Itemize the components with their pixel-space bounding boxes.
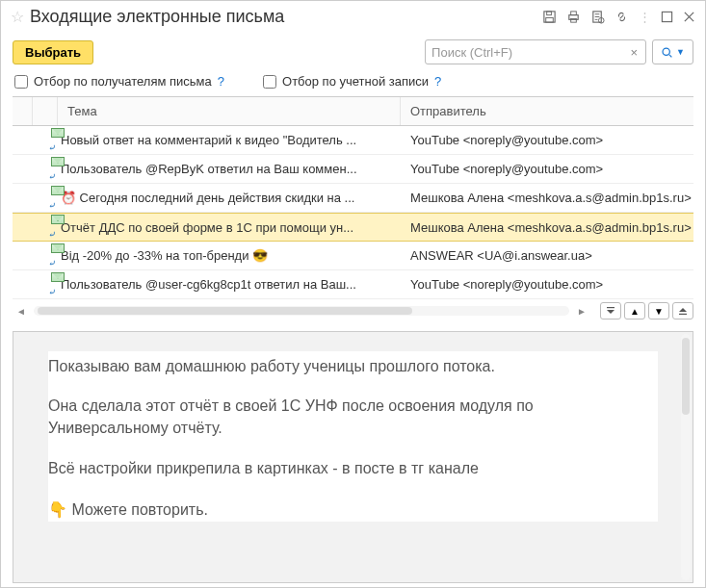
row-subject: Пользователь @RepByK ответил на Ваш комм… — [57, 162, 401, 176]
mail-in-icon: ⤶ — [32, 270, 57, 299]
filter-by-account[interactable]: Отбор по учетной записи ? — [263, 74, 441, 89]
table-row[interactable]: ⤶⏰ Сегодня последний день действия скидк… — [13, 184, 693, 213]
mail-in-icon: ⤶ — [32, 184, 57, 213]
filter-recipients-label: Отбор по получателям письма — [34, 74, 212, 89]
print-icon[interactable] — [566, 10, 581, 24]
table-row[interactable]: ⤶Від -20% до -33% на топ-бренди 😎ANSWEAR… — [13, 242, 693, 270]
col-subject[interactable]: Тема — [58, 97, 401, 125]
col-blank — [13, 97, 33, 125]
row-sender: YouTube <noreply@youtube.com> — [401, 162, 693, 176]
row-sender: Мешкова Алена <meshkova.a.s@admin.bp1s.r… — [401, 220, 693, 235]
link-icon[interactable] — [614, 10, 629, 24]
search-button[interactable]: ▼ — [652, 39, 693, 64]
col-icon — [33, 97, 58, 125]
filter-by-recipients[interactable]: Отбор по получателям письма ? — [14, 74, 224, 89]
close-icon[interactable] — [683, 11, 695, 23]
mail-in-icon: ⤶ — [32, 126, 57, 155]
preview-paragraph: Она сделала этот отчёт в своей 1С УНФ по… — [48, 377, 658, 439]
table-row[interactable]: ⤶Отчёт ДДС по своей форме в 1С при помощ… — [13, 213, 693, 242]
mail-grid: Тема Отправитель ⤶Новый ответ на коммент… — [13, 96, 693, 299]
filter-recipients-checkbox[interactable] — [14, 75, 28, 89]
preview-paragraph: Всё настройки прикрепила в картинках - в… — [48, 440, 658, 479]
row-subject: Від -20% до -33% на топ-бренди 😎 — [57, 248, 401, 263]
filter-account-checkbox[interactable] — [263, 75, 276, 89]
help-icon[interactable]: ? — [218, 74, 224, 89]
table-row[interactable]: ⤶Пользователь @RepByK ответил на Ваш ком… — [13, 155, 693, 184]
preview-pane: Показываю вам домашнюю работу ученицы пр… — [13, 331, 693, 583]
save-icon[interactable] — [542, 10, 557, 24]
svg-point-9 — [663, 48, 669, 55]
row-sender: YouTube <noreply@youtube.com> — [401, 277, 693, 292]
nav-down-button[interactable]: ▼ — [648, 302, 669, 320]
report-icon[interactable] — [590, 10, 605, 24]
svg-rect-11 — [679, 314, 687, 315]
nav-last-button[interactable] — [672, 302, 693, 320]
row-subject: Отчёт ДДС по своей форме в 1С при помощи… — [57, 220, 401, 235]
search-input[interactable] — [431, 45, 628, 60]
table-row[interactable]: ⤶Новый ответ на комментарий к видео "Вод… — [13, 126, 693, 155]
window-title: Входящие электронные письма — [30, 7, 536, 27]
search-box[interactable]: × — [425, 39, 646, 64]
mail-in-icon: ⤶ — [32, 242, 57, 270]
help-icon[interactable]: ? — [434, 74, 441, 89]
filter-account-label: Отбор по учетной записи — [282, 74, 429, 89]
mail-in-icon: ⤶ — [32, 155, 57, 184]
nav-first-button[interactable] — [600, 302, 621, 320]
row-subject: Пользователь @user-cg6kg8cp1t ответил на… — [57, 277, 401, 292]
clear-search-icon[interactable]: × — [628, 45, 640, 60]
more-icon[interactable]: ⋮ — [639, 10, 651, 24]
table-row[interactable]: ⤶Пользователь @user-cg6kg8cp1t ответил н… — [13, 270, 693, 299]
maximize-icon[interactable] — [661, 11, 673, 23]
favorite-star-icon[interactable]: ☆ — [11, 8, 24, 26]
select-button[interactable]: Выбрать — [13, 40, 93, 64]
mail-in-icon: ⤶ — [32, 213, 57, 242]
preview-paragraph: 👇 Можете повторить. — [48, 479, 658, 522]
row-sender: ANSWEAR <UA@i.answear.ua> — [401, 248, 693, 263]
svg-rect-10 — [607, 307, 614, 308]
horizontal-scrollbar[interactable] — [34, 306, 569, 316]
svg-rect-8 — [662, 12, 671, 21]
preview-scrollbar[interactable] — [681, 334, 691, 580]
row-subject: Новый ответ на комментарий к видео "Води… — [57, 133, 401, 147]
scroll-right-icon[interactable]: ► — [573, 306, 590, 317]
scroll-left-icon[interactable]: ◄ — [13, 306, 30, 317]
nav-up-button[interactable]: ▲ — [624, 302, 645, 320]
col-sender[interactable]: Отправитель — [401, 97, 693, 125]
row-subject: ⏰ Сегодня последний день действия скидки… — [57, 191, 401, 205]
svg-rect-2 — [546, 17, 554, 22]
row-sender: YouTube <noreply@youtube.com> — [401, 133, 693, 147]
preview-paragraph: Показываю вам домашнюю работу ученицы пр… — [48, 351, 658, 377]
row-sender: Мешкова Алена <meshkova.a.s@admin.bp1s.r… — [401, 191, 693, 205]
